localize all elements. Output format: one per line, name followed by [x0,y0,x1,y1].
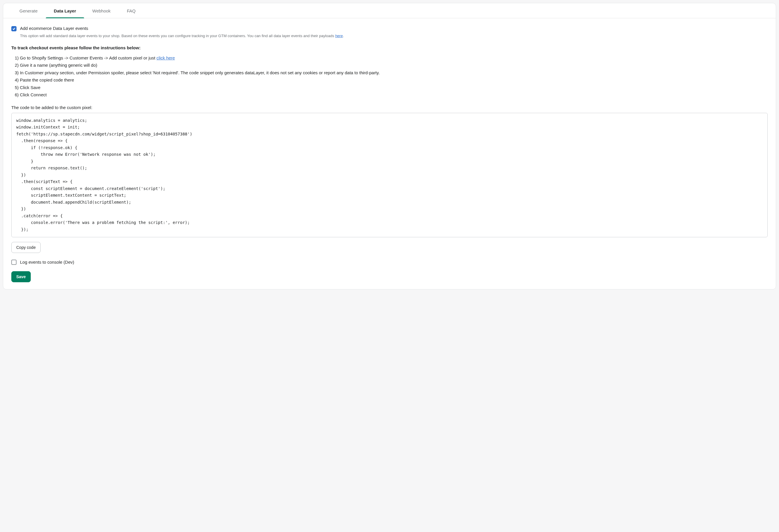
add-ecommerce-events-label: Add ecommerce Data Layer events [20,26,88,31]
copy-code-button[interactable]: Copy code [11,242,41,253]
instruction-step-3: 3) In Customer privacy section, under Pe… [15,69,768,76]
add-ecommerce-events-checkbox[interactable] [11,26,16,31]
code-snippet-box[interactable]: window.analytics = analytics; window.ini… [11,113,768,238]
log-events-label: Log events to console (Dev) [20,259,74,264]
log-events-checkbox[interactable] [11,259,16,265]
tab-generate[interactable]: Generate [11,3,46,18]
instruction-step-1-prefix: 1) Go to Shopify Settings -> Customer Ev… [15,55,157,60]
help-text-suffix: . [343,34,344,38]
click-here-link[interactable]: click here [157,55,175,60]
tab-data-layer[interactable]: Data Layer [46,3,84,18]
save-button[interactable]: Save [11,271,31,282]
code-label: The code to be added to the custom pixel… [11,105,768,110]
help-link-here[interactable]: here [335,34,343,38]
settings-card: Generate Data Layer Webhook FAQ Add ecom… [3,3,776,290]
instruction-step-6: 6) Click Connect [15,91,768,99]
instructions-heading: To track checkout events please follow t… [11,45,768,50]
tab-faq[interactable]: FAQ [119,3,143,18]
checkmark-icon [12,27,16,31]
instruction-step-4: 4) Paste the copied code there [15,76,768,84]
tab-content: Add ecommerce Data Layer events This opt… [3,18,776,289]
tab-webhook[interactable]: Webhook [84,3,119,18]
help-text-prefix: This option will add standard data layer… [20,34,335,38]
tab-bar: Generate Data Layer Webhook FAQ [3,3,776,18]
instructions-list: 1) Go to Shopify Settings -> Customer Ev… [15,54,768,99]
instruction-step-2: 2) Give it a name (anything generic will… [15,61,768,69]
option-help-text: This option will add standard data layer… [20,33,768,39]
instruction-step-5: 5) Click Save [15,84,768,92]
